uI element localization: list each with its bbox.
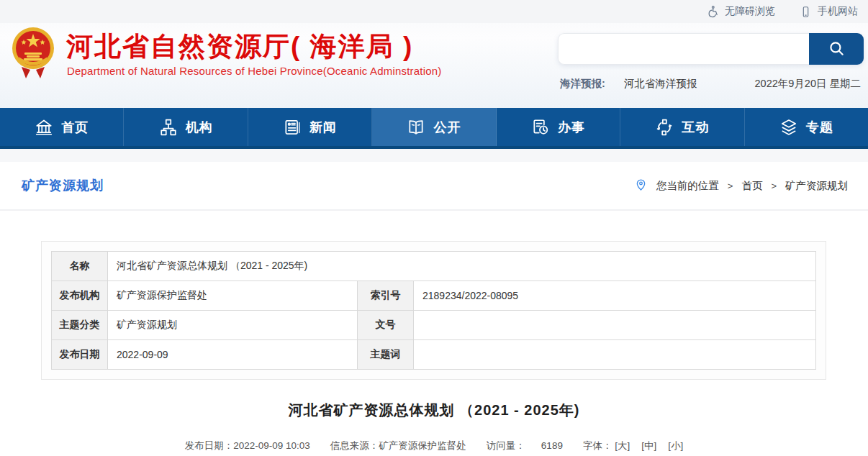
breadcrumb-separator: > — [728, 181, 733, 191]
search-button[interactable] — [809, 33, 864, 65]
nav-item-interaction[interactable]: 互动 — [620, 108, 744, 146]
breadcrumb-bar: 矿产资源规划 您当前的位置 > 首页 > 矿产资源规划 — [0, 162, 868, 211]
field-value-doc-no — [414, 311, 816, 340]
main-navigation: 首页 机构 新闻 — [0, 108, 868, 149]
font-size-small-button[interactable]: [小] — [668, 439, 683, 452]
nav-item-orgs[interactable]: 机构 — [124, 108, 248, 146]
field-label-pub-date: 发布日期 — [52, 340, 108, 370]
field-value-pub-date: 2022-09-09 — [108, 340, 358, 370]
nav-label: 机构 — [186, 119, 213, 136]
top-utility-bar: 无障碍浏览 手机网站 — [0, 0, 868, 23]
nav-item-services[interactable]: 办事 — [497, 108, 620, 146]
wheelchair-icon — [706, 5, 719, 18]
nav-item-news[interactable]: 新闻 — [248, 108, 372, 146]
visit-count: 访问量：6189 — [487, 439, 563, 452]
bank-home-icon — [35, 118, 53, 137]
font-size-controls: 字体： [大] [中] [小] — [583, 439, 683, 452]
field-value-index-no: 2189234/2022-08095 — [414, 281, 816, 311]
info-source: 信息来源：矿产资源保护监督处 — [330, 439, 466, 452]
search-icon — [827, 39, 846, 60]
news-icon — [283, 118, 302, 137]
table-row: 主题分类 矿产资源规划 文号 — [52, 311, 816, 340]
forecast-label: 海洋预报: — [560, 77, 605, 91]
breadcrumb-item-current[interactable]: 矿产资源规划 — [785, 179, 848, 193]
field-label-keywords: 主题词 — [358, 340, 414, 370]
publish-date: 发布日期：2022-09-09 10:03 — [185, 439, 310, 452]
search-box — [558, 33, 864, 65]
document-info-panel: 名称 河北省矿产资源总体规划 （2021 - 2025年) 发布机构 矿产资源保… — [41, 241, 826, 380]
nav-item-home[interactable]: 首页 — [0, 108, 124, 146]
content-area: 名称 河北省矿产资源总体规划 （2021 - 2025年) 发布机构 矿产资源保… — [0, 241, 868, 456]
search-input[interactable] — [558, 33, 809, 65]
table-row: 名称 河北省矿产资源总体规划 （2021 - 2025年) — [52, 252, 816, 281]
band-gap — [0, 149, 868, 162]
document-info-table: 名称 河北省矿产资源总体规划 （2021 - 2025年) 发布机构 矿产资源保… — [51, 251, 816, 370]
table-row: 发布日期 2022-09-09 主题词 — [52, 340, 816, 370]
document-clock-icon — [531, 118, 550, 137]
nav-label: 办事 — [558, 119, 585, 136]
current-date: 2022年9月20日 星期二 — [755, 77, 861, 91]
org-chart-icon — [159, 118, 178, 137]
field-label-index-no: 索引号 — [358, 281, 414, 311]
breadcrumb: 您当前的位置 > 首页 > 矿产资源规划 — [634, 178, 848, 193]
site-title: 河北省自然资源厅( 海洋局 ) — [66, 29, 413, 65]
field-value-category: 矿产资源规划 — [108, 311, 358, 340]
masthead: 无障碍浏览 手机网站 河北省自然资源厅( 海洋局 ) — [0, 0, 868, 108]
article-title: 河北省矿产资源总体规划 （2021 - 2025年) — [0, 401, 868, 420]
field-label-category: 主题分类 — [52, 311, 108, 340]
field-label-issuer: 发布机构 — [52, 281, 108, 311]
font-size-medium-button[interactable]: [中] — [641, 439, 656, 452]
nav-label: 公开 — [433, 119, 461, 136]
nav-label: 首页 — [61, 119, 89, 136]
nav-item-disclosure[interactable]: 公开 — [372, 108, 496, 146]
layers-icon — [779, 118, 798, 137]
nav-label: 互动 — [682, 119, 709, 136]
open-book-icon — [407, 118, 425, 137]
field-label-name: 名称 — [52, 252, 108, 281]
forecast-row: 海洋预报: 河北省海洋预报 2022年9月20日 星期二 — [560, 75, 861, 92]
accessibility-label: 无障碍浏览 — [725, 5, 775, 18]
breadcrumb-separator: > — [771, 181, 777, 191]
nav-label: 专题 — [806, 119, 833, 136]
page-title: 矿产资源规划 — [22, 177, 104, 194]
mobile-site-link[interactable]: 手机网站 — [800, 5, 858, 18]
nav-label: 新闻 — [309, 119, 337, 136]
article-meta: 发布日期：2022-09-09 10:03 信息来源：矿产资源保护监督处 访问量… — [0, 439, 868, 452]
breadcrumb-location-label: 您当前的位置 — [656, 179, 719, 193]
forecast-link[interactable]: 河北省海洋预报 — [624, 77, 697, 91]
font-size-large-button[interactable]: [大] — [615, 439, 630, 452]
location-pin-icon — [634, 178, 648, 193]
site-subtitle: Department of Natural Resources of Hebei… — [67, 65, 441, 77]
table-row: 发布机构 矿产资源保护监督处 索引号 2189234/2022-08095 — [52, 281, 816, 311]
field-value-name: 河北省矿产资源总体规划 （2021 - 2025年) — [108, 252, 816, 281]
breadcrumb-item-home[interactable]: 首页 — [741, 179, 762, 193]
accessibility-link[interactable]: 无障碍浏览 — [706, 5, 775, 18]
field-value-keywords — [414, 340, 816, 370]
smartphone-icon — [800, 6, 812, 18]
nav-item-topics[interactable]: 专题 — [745, 108, 868, 146]
sync-squares-icon — [655, 118, 674, 137]
field-value-issuer: 矿产资源保护监督处 — [108, 281, 358, 311]
national-emblem-logo — [12, 25, 55, 80]
field-label-doc-no: 文号 — [358, 311, 414, 340]
mobile-site-label: 手机网站 — [818, 5, 858, 18]
